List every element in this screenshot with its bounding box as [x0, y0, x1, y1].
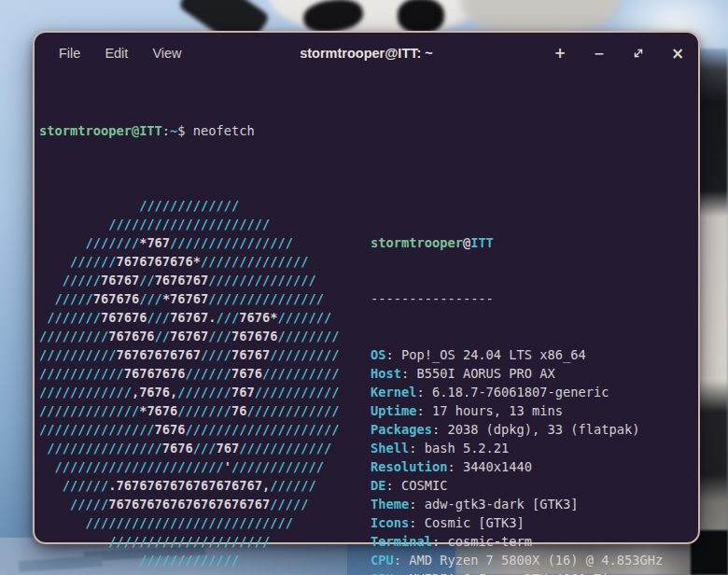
info-value: : 6.18.7-76061807-generic — [416, 385, 609, 400]
info-value: : Cosmic [GTK3] — [409, 515, 525, 530]
prompt-line: stormtrooper@ITT:~$neofetch — [39, 121, 698, 140]
maximize-button[interactable] — [631, 46, 646, 61]
info-list: OS: Pop!_OS 24.04 LTS x86_64Host: B550I … — [371, 345, 663, 575]
ascii-art-line: /////767676767676767676767///// — [39, 495, 339, 513]
ascii-art-line: //////.7676767676767676767,////// — [39, 476, 339, 495]
info-value: : COSMIC — [385, 478, 447, 493]
info-label: Kernel — [371, 385, 416, 400]
ascii-art-line: ////////////,7676,///////767/////////// — [39, 383, 339, 401]
info-label: Terminal — [371, 534, 432, 549]
ascii-art-line: /////////////////////////// — [39, 513, 339, 532]
ascii-art-line: ///////////////7676///767//////////// — [39, 439, 339, 457]
ascii-art-line: /////////////*7676///////76//////////// — [39, 401, 339, 420]
prompt-dollar: $ — [177, 123, 185, 138]
info-row: Theme: adw-gtk3-dark [GTK3] — [371, 495, 663, 513]
helmet-visor-right-shape — [398, 0, 444, 34]
info-value: : AMD Ryzen 7 5800X (16) @ 4.853GHz — [394, 553, 663, 568]
ascii-art-line: //////////////////////'//////////// — [39, 457, 339, 476]
ascii-art-line: ///////////////////// — [39, 532, 339, 551]
neofetch-output: ///////////// ///////////////////// ////… — [39, 196, 698, 569]
info-label: GPU — [371, 571, 394, 575]
command-text: neofetch — [186, 123, 255, 138]
menu-view[interactable]: View — [147, 42, 187, 64]
info-value: : NVIDIA GeForce RTX 4060 Ti — [394, 571, 609, 575]
ascii-art-line: ///////767676///76767.///7676*/////// — [39, 308, 339, 327]
ascii-art-line: ///////////// — [39, 551, 339, 569]
system-info-panel: stormtrooper@ITT ---------------- OS: Po… — [371, 196, 663, 575]
menu-edit[interactable]: Edit — [99, 42, 133, 64]
info-value: : cosmic-term — [432, 534, 532, 549]
terminal-body[interactable]: stormtrooper@ITT:~$neofetch ////////////… — [39, 84, 698, 575]
info-label: OS — [371, 347, 385, 362]
ascii-art-line: //////7676767676*////////////// — [39, 252, 339, 271]
info-row: GPU: NVIDIA GeForce RTX 4060 Ti — [371, 569, 663, 575]
info-label: CPU — [371, 553, 394, 568]
menu-bar: File Edit View — [53, 33, 188, 74]
info-row: CPU: AMD Ryzen 7 5800X (16) @ 4.853GHz — [371, 551, 663, 569]
info-row: Resolution: 3440x1440 — [371, 457, 663, 476]
menu-file[interactable]: File — [53, 42, 86, 64]
window-controls: + − × — [553, 33, 685, 74]
window-title: stormtrooper@ITT: ~ — [300, 33, 433, 74]
info-row: DE: COSMIC — [371, 476, 663, 495]
ascii-art-line: ///////////// — [39, 196, 339, 215]
neofetch-title-host: ITT — [470, 235, 494, 250]
prompt-user-host: stormtrooper@ITT — [39, 123, 162, 138]
maximize-icon — [633, 48, 644, 59]
close-button[interactable]: × — [670, 46, 685, 61]
info-label: Theme — [371, 497, 409, 512]
info-row: Terminal: cosmic-term — [371, 532, 663, 551]
info-label: Packages — [371, 422, 432, 437]
info-value: : bash 5.2.21 — [409, 441, 509, 456]
info-value: : 3440x1440 — [447, 459, 532, 474]
info-label: Shell — [371, 441, 409, 456]
info-row: Icons: Cosmic [GTK3] — [371, 513, 663, 532]
info-value: : 2038 (dpkg), 33 (flatpak) — [432, 422, 640, 437]
neofetch-separator: ---------------- — [371, 289, 663, 308]
minimize-button[interactable]: − — [592, 46, 607, 61]
info-value: : 17 hours, 13 mins — [416, 403, 563, 418]
prompt-colon: : — [162, 123, 170, 138]
ascii-art-line: /////76767//7676767////////////// — [39, 271, 339, 289]
ascii-art-line: ///////////////7676//////////////////// — [39, 420, 339, 439]
info-row: Uptime: 17 hours, 13 mins — [371, 401, 663, 420]
neofetch-title-user: stormtrooper — [371, 235, 463, 250]
ascii-art-line: ///////////76767676//////7676////////// — [39, 364, 339, 383]
ascii-art-line: //////////76767676767////76767///////// — [39, 345, 339, 364]
info-value: : adw-gtk3-dark [GTK3] — [409, 497, 578, 512]
info-label: Resolution — [371, 459, 447, 474]
info-label: DE — [371, 478, 385, 493]
info-row: Host: B550I AORUS PRO AX — [371, 364, 663, 383]
info-label: Host — [371, 366, 401, 381]
info-row: OS: Pop!_OS 24.04 LTS x86_64 — [371, 345, 663, 364]
neofetch-title-at: @ — [463, 235, 470, 250]
ascii-art-line: ///////////////////// — [39, 215, 339, 233]
ascii-art: ///////////// ///////////////////// ////… — [39, 196, 339, 569]
info-value: : Pop!_OS 24.04 LTS x86_64 — [385, 347, 585, 362]
new-tab-button[interactable]: + — [553, 46, 567, 61]
titlebar: File Edit View stormtrooper@ITT: ~ + − × — [35, 33, 698, 74]
info-label: Uptime — [371, 403, 416, 418]
info-label: Icons — [371, 515, 409, 530]
info-row: Kernel: 6.18.7-76061807-generic — [371, 383, 663, 401]
info-row: Packages: 2038 (dpkg), 33 (flatpak) — [371, 420, 663, 439]
info-value: : B550I AORUS PRO AX — [401, 366, 555, 381]
info-row: Shell: bash 5.2.21 — [371, 439, 663, 457]
ascii-art-line: /////767676///*76767/////////////// — [39, 289, 339, 308]
terminal-window: File Edit View stormtrooper@ITT: ~ + − ×… — [33, 31, 700, 544]
ascii-art-line: /////////767676//76767///767676//////// — [39, 327, 339, 345]
neofetch-title: stormtrooper@ITT — [371, 233, 663, 252]
ascii-art-line: ///////*767//////////////// — [39, 233, 339, 252]
